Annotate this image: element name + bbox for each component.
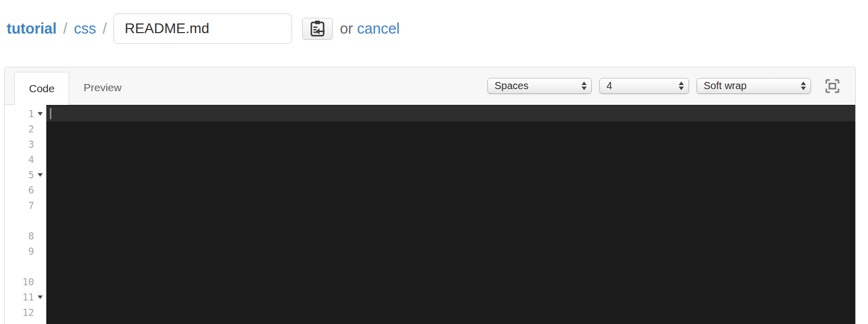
screen-full-icon	[825, 79, 840, 93]
gutter-cell	[5, 213, 46, 228]
wrap-mode-select[interactable]: Soft wrap	[697, 78, 811, 94]
editor-row: 1 # CSS - make it pretty!	[5, 106, 855, 121]
gutter-cell: 9	[5, 244, 46, 259]
editor-row: 11 ## Let's use Bootstrap!	[5, 289, 855, 305]
line-number: 12	[5, 305, 34, 320]
fold-arrow-icon[interactable]	[34, 112, 46, 116]
breadcrumb: tutorial / css / or cancel	[7, 12, 400, 45]
gutter-cell: 8	[5, 228, 46, 244]
code-line[interactable]: ## What is CSS?	[46, 167, 855, 182]
code-line[interactable]	[46, 182, 855, 198]
fold-arrow-icon[interactable]	[34, 173, 46, 177]
gutter-cell: 7	[5, 198, 46, 213]
editor-controls: Spaces 4 Soft wrap	[487, 78, 840, 94]
editor-row: 4	[5, 152, 855, 167]
breadcrumb-repo-link[interactable]: tutorial	[7, 20, 56, 37]
gutter-cell: 6	[5, 182, 46, 198]
line-number: 6	[5, 182, 34, 198]
code-line[interactable]	[46, 228, 855, 244]
code-line[interactable]	[46, 152, 855, 167]
gutter-cell	[5, 259, 46, 274]
gutter-cell: 2	[5, 121, 46, 137]
code-editor: 1 # CSS - make it pretty! 2 3 Our blog s…	[5, 105, 855, 324]
line-number: 5	[5, 167, 34, 182]
line-number: 11	[5, 289, 34, 305]
fullscreen-button[interactable]	[825, 78, 840, 94]
code-line[interactable]	[46, 305, 855, 320]
indent-mode-select[interactable]: Spaces	[487, 78, 592, 94]
editor-row: 8	[5, 228, 855, 244]
code-line[interactable]: Cascading Style Sheets (CSS) is a style …	[46, 198, 855, 213]
line-number: 7	[5, 198, 34, 213]
code-line[interactable]: Bootstrap is one of the most popular HTM…	[46, 320, 855, 324]
gutter-cell: 5	[5, 167, 46, 182]
editor-header: Code Preview Spaces 4 Soft wrap	[5, 67, 855, 105]
tab-preview[interactable]: Preview	[69, 71, 136, 104]
page: tutorial / css / or cancel Code Preview	[0, 0, 868, 324]
code-line[interactable]: Our blog still looks pretty ugly, right?…	[46, 137, 855, 152]
file-editor-panel: Code Preview Spaces 4 Soft wrap	[4, 67, 856, 324]
indent-size-select[interactable]: 4	[599, 78, 689, 94]
line-number: 1	[5, 106, 34, 121]
editor-row: 7 Cascading Style Sheets (CSS) is a styl…	[5, 198, 855, 213]
up-down-stepper-icon	[679, 82, 684, 90]
up-down-stepper-icon	[582, 82, 587, 90]
filename-input[interactable]	[113, 13, 292, 44]
line-number: 2	[5, 121, 34, 137]
gutter-cell: 13	[5, 320, 46, 324]
line-number: 13	[5, 320, 34, 324]
or-label: or	[340, 20, 353, 37]
code-line[interactable]	[46, 121, 855, 137]
breadcrumb-separator: /	[63, 20, 67, 37]
editor-row: 10	[5, 274, 855, 289]
code-line[interactable]: ## Let's use Bootstrap!	[46, 289, 855, 305]
code-line[interactable]: # CSS - make it pretty!	[46, 106, 855, 121]
line-number: 3	[5, 137, 34, 152]
line-number: 10	[5, 274, 34, 289]
line-number: 9	[5, 244, 34, 259]
editor-row: 5 ## What is CSS?	[5, 167, 855, 182]
tab-code[interactable]: Code	[14, 72, 69, 105]
gutter-cell: 4	[5, 152, 46, 167]
gutter-cell: 1	[5, 106, 46, 121]
breadcrumb-separator: /	[103, 20, 107, 37]
gutter-cell: 3	[5, 137, 46, 152]
up-down-stepper-icon	[801, 82, 806, 90]
editor-row: 6	[5, 182, 855, 198]
editor-row: 2	[5, 121, 855, 137]
line-number: 8	[5, 228, 34, 244]
breadcrumb-folder-link[interactable]: css	[74, 20, 96, 37]
text-cursor	[50, 108, 51, 119]
gutter-cell: 10	[5, 274, 46, 289]
cancel-link[interactable]: cancel	[357, 20, 400, 37]
code-line[interactable]	[46, 274, 855, 289]
editor-row: 3 Our blog still looks pretty ugly, righ…	[5, 137, 855, 152]
editor-row: 13 Bootstrap is one of the most popular …	[5, 320, 855, 324]
editor-row: in markup language (like HTML). Treat it…	[5, 213, 855, 228]
gutter-cell: 12	[5, 305, 46, 320]
copy-path-button[interactable]	[302, 18, 333, 40]
gutter-cell: 11	[5, 289, 46, 305]
fold-arrow-icon[interactable]	[34, 295, 46, 299]
editor-row: 12	[5, 305, 855, 320]
code-line[interactable]: But we don't want to start from scratch …	[46, 244, 855, 259]
code-line[interactable]: in markup language (like HTML). Treat it…	[46, 213, 855, 228]
code-line[interactable]: programmers and released in the Internet…	[46, 259, 855, 274]
editor-row: 9 But we don't want to start from scratc…	[5, 244, 855, 259]
line-number: 4	[5, 152, 34, 167]
clipboard-arrow-icon	[309, 20, 326, 37]
editor-row: programmers and released in the Internet…	[5, 259, 855, 274]
